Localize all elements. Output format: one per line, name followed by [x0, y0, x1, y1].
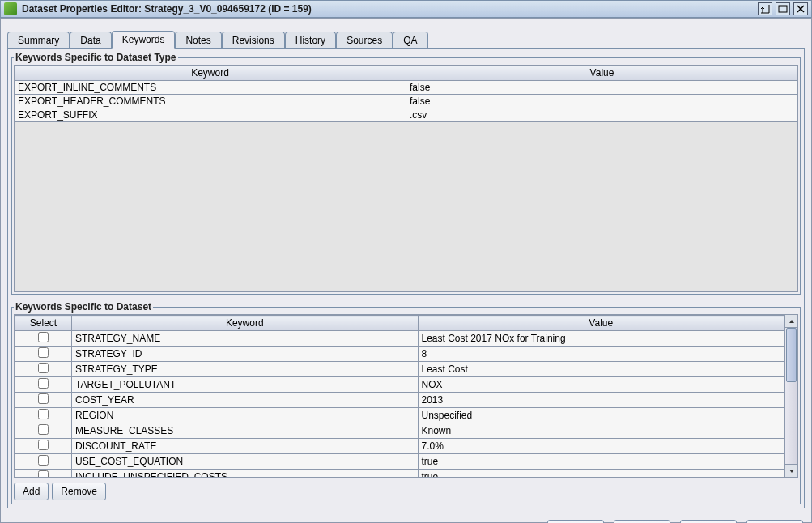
- table-row[interactable]: EXPORT_HEADER_COMMENTS false: [15, 95, 798, 108]
- maximize-button[interactable]: [776, 2, 790, 15]
- tab-notes[interactable]: Notes: [175, 32, 221, 49]
- close-button[interactable]: [793, 2, 808, 15]
- table-row[interactable]: EXPORT_SUFFIX .csv: [15, 108, 798, 122]
- table-row[interactable]: STRATEGY_NAMELeast Cost 2017 NOx for Tra…: [15, 331, 784, 347]
- tab-strip: Summary Data Keywords Notes Revisions Hi…: [1, 19, 811, 48]
- table-row[interactable]: STRATEGY_ID8: [15, 347, 784, 362]
- tab-revisions[interactable]: Revisions: [222, 32, 285, 49]
- dataset-keywords-group: Keywords Specific to Dataset Select Keyw…: [11, 301, 801, 504]
- table-row[interactable]: COST_YEAR2013: [15, 393, 784, 408]
- footer-buttons: Refresh Save Export Close: [1, 515, 811, 523]
- table-row[interactable]: USE_COST_EQUATIONtrue: [15, 454, 784, 470]
- keyword-cell[interactable]: REGION: [72, 408, 419, 423]
- value-cell[interactable]: 8: [418, 347, 784, 362]
- keyword-cell[interactable]: DISCOUNT_RATE: [72, 439, 419, 454]
- keyword-cell[interactable]: COST_YEAR: [72, 393, 419, 408]
- select-cell[interactable]: [15, 454, 72, 470]
- type-keywords-group: Keywords Specific to Dataset Type Keywor…: [11, 52, 801, 295]
- keyword-cell[interactable]: TARGET_POLLUTANT: [72, 377, 419, 393]
- col-keyword[interactable]: Keyword: [15, 66, 406, 81]
- minimize-internal-button[interactable]: [758, 2, 772, 15]
- close-button-footer[interactable]: Close: [746, 520, 803, 523]
- dataset-keywords-table[interactable]: Select Keyword Value STRATEGY_NAMELeast …: [15, 315, 784, 477]
- table-row[interactable]: STRATEGY_TYPELeast Cost: [15, 362, 784, 377]
- select-checkbox[interactable]: [38, 332, 49, 342]
- col-value[interactable]: Value: [406, 66, 798, 81]
- dataset-keywords-buttons: Add Remove: [14, 478, 798, 502]
- table-header-row: Select Keyword Value: [15, 316, 784, 331]
- select-cell[interactable]: [15, 408, 72, 423]
- value-cell[interactable]: true: [418, 470, 784, 478]
- col-select[interactable]: Select: [15, 316, 72, 331]
- export-button[interactable]: Export: [680, 520, 737, 523]
- select-cell[interactable]: [15, 331, 72, 347]
- add-button[interactable]: Add: [14, 483, 49, 500]
- window-title: Dataset Properties Editor: Strategy_3_V0…: [22, 3, 758, 15]
- select-checkbox[interactable]: [38, 363, 49, 373]
- scroll-up-icon[interactable]: [785, 315, 797, 328]
- tab-history[interactable]: History: [285, 32, 336, 49]
- table-row[interactable]: MEASURE_CLASSESKnown: [15, 423, 784, 439]
- type-keywords-empty-area: [14, 122, 798, 292]
- refresh-button[interactable]: Refresh: [547, 520, 604, 523]
- value-cell[interactable]: 7.0%: [418, 439, 784, 454]
- value-cell[interactable]: true: [418, 454, 784, 470]
- tab-data[interactable]: Data: [70, 32, 111, 49]
- keyword-cell[interactable]: MEASURE_CLASSES: [72, 423, 419, 439]
- select-checkbox[interactable]: [38, 470, 49, 477]
- select-checkbox[interactable]: [38, 424, 49, 435]
- keyword-cell[interactable]: STRATEGY_ID: [72, 347, 419, 362]
- select-checkbox[interactable]: [38, 440, 49, 450]
- col-value[interactable]: Value: [418, 316, 784, 331]
- col-keyword[interactable]: Keyword: [72, 316, 419, 331]
- keyword-cell[interactable]: USE_COST_EQUATION: [72, 454, 419, 470]
- app-icon: [4, 2, 17, 15]
- select-checkbox[interactable]: [38, 393, 49, 404]
- remove-button[interactable]: Remove: [52, 483, 106, 500]
- table-header-row: Keyword Value: [15, 66, 798, 81]
- value-cell[interactable]: Least Cost 2017 NOx for Training: [418, 331, 784, 347]
- type-keywords-legend: Keywords Specific to Dataset Type: [14, 52, 178, 63]
- tab-summary[interactable]: Summary: [7, 32, 70, 49]
- keyword-cell[interactable]: INCLUDE_UNSPECIFIED_COSTS: [72, 470, 419, 478]
- scroll-track[interactable]: [785, 328, 797, 464]
- value-cell[interactable]: Unspecified: [418, 408, 784, 423]
- table-row[interactable]: INCLUDE_UNSPECIFIED_COSTStrue: [15, 470, 784, 478]
- tab-sources[interactable]: Sources: [336, 32, 393, 49]
- table-row[interactable]: DISCOUNT_RATE7.0%: [15, 439, 784, 454]
- scroll-thumb[interactable]: [786, 328, 797, 382]
- table-row[interactable]: EXPORT_INLINE_COMMENTS false: [15, 81, 798, 95]
- select-cell[interactable]: [15, 423, 72, 439]
- title-bar: Dataset Properties Editor: Strategy_3_V0…: [0, 0, 812, 18]
- save-button[interactable]: Save: [614, 520, 670, 523]
- select-cell[interactable]: [15, 439, 72, 454]
- tab-keywords[interactable]: Keywords: [112, 31, 176, 49]
- tab-qa[interactable]: QA: [393, 32, 427, 49]
- select-checkbox[interactable]: [38, 378, 49, 389]
- table-row[interactable]: REGIONUnspecified: [15, 408, 784, 423]
- vertical-scrollbar[interactable]: [784, 315, 797, 477]
- table-row[interactable]: TARGET_POLLUTANTNOX: [15, 377, 784, 393]
- select-cell[interactable]: [15, 377, 72, 393]
- type-keywords-table[interactable]: Keyword Value EXPORT_INLINE_COMMENTS fal…: [14, 65, 798, 122]
- select-cell[interactable]: [15, 347, 72, 362]
- select-cell[interactable]: [15, 393, 72, 408]
- select-cell[interactable]: [15, 470, 72, 478]
- value-cell[interactable]: Known: [418, 423, 784, 439]
- dataset-keywords-legend: Keywords Specific to Dataset: [14, 301, 153, 313]
- keyword-cell[interactable]: STRATEGY_TYPE: [72, 362, 419, 377]
- select-cell[interactable]: [15, 362, 72, 377]
- value-cell[interactable]: NOX: [418, 377, 784, 393]
- value-cell[interactable]: 2013: [418, 393, 784, 408]
- tab-content: Keywords Specific to Dataset Type Keywor…: [7, 48, 805, 508]
- select-checkbox[interactable]: [38, 455, 49, 466]
- value-cell[interactable]: Least Cost: [418, 362, 784, 377]
- keyword-cell[interactable]: STRATEGY_NAME: [72, 331, 419, 347]
- scroll-down-icon[interactable]: [785, 464, 797, 477]
- select-checkbox[interactable]: [38, 347, 49, 358]
- select-checkbox[interactable]: [38, 409, 49, 419]
